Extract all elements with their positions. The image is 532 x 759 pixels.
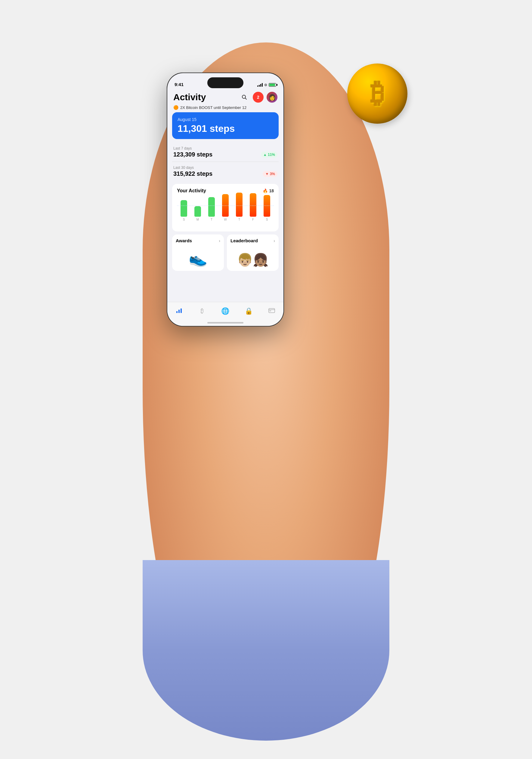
stats-section: Last 7 days 123,309 steps ▲ 11% Last 30 …	[172, 143, 279, 181]
tab-activity[interactable]	[171, 307, 187, 315]
today-card: August 15 11,301 steps	[172, 112, 279, 139]
people-icon: 👦🏼👧🏽	[237, 253, 268, 267]
tab-lock[interactable]: 🔒	[241, 307, 256, 315]
scene: ₿ 9:41 ⊜	[131, 19, 401, 740]
awards-card-header: Awards ›	[176, 238, 220, 243]
bar-col-s2: S	[264, 195, 270, 221]
boost-banner: 🟠 2X Bitcoin BOOST until September 12	[167, 104, 284, 112]
phone-device: 9:41 ⊜ Activ	[167, 72, 284, 327]
bar-label-t2: T	[238, 218, 240, 221]
stat-value-7days: 123,309 steps	[173, 151, 212, 158]
bar-s2	[264, 195, 270, 217]
signal-icon	[257, 83, 263, 87]
tab-bitcoin[interactable]: ₿	[195, 307, 210, 314]
svg-rect-2	[176, 311, 177, 313]
battery-icon	[269, 83, 276, 87]
awards-title: Awards	[176, 238, 192, 243]
leaderboard-title: Leaderboard	[231, 238, 258, 243]
fire-icon: 🔥	[263, 188, 268, 193]
bar-col-s1: S	[180, 200, 187, 221]
tab-card[interactable]	[264, 307, 279, 315]
activity-chart: S M T W	[177, 197, 274, 227]
bar-s1	[180, 200, 187, 217]
avatar[interactable]: 👩	[267, 92, 278, 102]
sneaker-icon: 👟	[189, 250, 207, 267]
awards-content: 👟	[176, 246, 220, 267]
svg-line-1	[245, 98, 247, 100]
leaderboard-card[interactable]: Leaderboard › 👦🏼👧🏽	[227, 234, 279, 271]
bar-label-s2: S	[266, 218, 268, 221]
tab-globe[interactable]: 🌐	[218, 307, 233, 315]
bar-label-m: M	[197, 218, 199, 221]
sleeve	[143, 560, 389, 740]
leaderboard-content: 👦🏼👧🏽	[231, 246, 275, 267]
status-time: 9:41	[174, 82, 183, 87]
tab-activity-icon	[176, 307, 182, 315]
avatar-image: 👩	[268, 94, 276, 101]
bar-label-w: W	[224, 218, 227, 221]
tab-lock-icon: 🔒	[245, 307, 253, 315]
bar-f	[250, 193, 256, 217]
activity-streak: 🔥 18	[263, 188, 274, 193]
stat-row-7days: Last 7 days 123,309 steps ▲ 11%	[172, 143, 279, 162]
boost-text: 2X Bitcoin BOOST until September 12	[180, 105, 247, 110]
stat-value-row-7days: 123,309 steps ▲ 11%	[173, 151, 278, 158]
notification-badge[interactable]: 2	[253, 92, 264, 102]
stat-badge-30days: ▼ 3%	[263, 171, 278, 177]
bar-col-f: F	[250, 193, 256, 221]
leaderboard-arrow: ›	[274, 238, 275, 243]
activity-title: Your Activity	[177, 188, 206, 193]
today-steps: 11,301 steps	[177, 123, 273, 134]
header-actions: 2 👩	[239, 92, 278, 102]
svg-rect-4	[180, 308, 182, 313]
bitcoin-coin: ₿	[347, 63, 407, 124]
bar-col-t2: T	[236, 193, 243, 221]
bar-col-m: M	[194, 206, 201, 221]
svg-rect-3	[178, 310, 180, 313]
bar-label-t1: T	[210, 218, 212, 221]
tab-bitcoin-icon: ₿	[201, 307, 204, 314]
activity-header: Your Activity 🔥 18	[177, 188, 274, 193]
phone-screen: 9:41 ⊜ Activ	[167, 73, 284, 326]
dynamic-island	[207, 77, 244, 88]
app-content: Activity 2 👩	[167, 89, 284, 326]
bar-t2	[236, 193, 243, 217]
wifi-icon: ⊜	[264, 83, 267, 87]
activity-section: Your Activity 🔥 18 S	[172, 184, 279, 231]
awards-arrow: ›	[219, 238, 220, 243]
streak-count: 18	[269, 188, 274, 193]
app-header: Activity 2 👩	[167, 89, 284, 104]
awards-card[interactable]: Awards › 👟	[172, 234, 224, 271]
bitcoin-symbol: ₿	[371, 80, 384, 107]
stat-value-30days: 315,922 steps	[173, 170, 212, 177]
status-icons: ⊜	[257, 83, 276, 87]
stat-value-row-30days: 315,922 steps ▼ 3%	[173, 170, 278, 177]
stat-row-30days: Last 30 days 315,922 steps ▼ 3%	[172, 162, 279, 181]
stat-badge-7days: ▲ 11%	[261, 152, 278, 158]
tab-card-icon	[268, 307, 275, 315]
leaderboard-card-header: Leaderboard ›	[231, 238, 275, 243]
tab-globe-icon: 🌐	[221, 307, 229, 315]
bar-col-t1: T	[208, 197, 215, 221]
bitcoin-boost-icon: 🟠	[173, 105, 178, 110]
bottom-cards: Awards › 👟 Leaderboard ›	[172, 234, 279, 271]
today-date: August 15	[177, 117, 273, 122]
bar-label-f: F	[252, 218, 254, 221]
svg-rect-7	[269, 311, 271, 311]
chart-dashed-line	[177, 206, 274, 206]
bar-col-w: W	[222, 194, 229, 221]
home-indicator	[207, 322, 244, 324]
bar-t1	[208, 197, 215, 217]
stat-label-7days: Last 7 days	[173, 146, 278, 150]
search-button[interactable]	[239, 92, 250, 102]
stat-label-30days: Last 30 days	[173, 166, 278, 170]
bar-label-s1: S	[183, 218, 185, 221]
bar-m	[194, 206, 201, 217]
page-title: Activity	[173, 92, 206, 102]
